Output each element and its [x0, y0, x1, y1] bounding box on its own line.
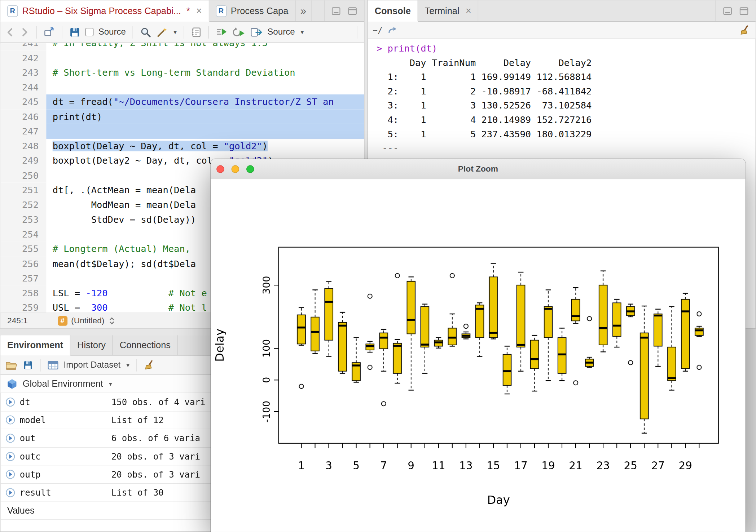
console-output-line: 3: 1 3 130.52526 73.102584 — [377, 98, 756, 113]
plot-zoom-window[interactable]: Plot Zoom -10001003001357911131517192123… — [211, 159, 745, 532]
maximize-pane-icon[interactable] — [738, 6, 750, 16]
line-number: 259 — [0, 300, 46, 313]
line-number: 246 — [0, 109, 46, 124]
expand-object-icon[interactable] — [0, 415, 19, 425]
working-directory[interactable]: ~/ — [373, 25, 382, 35]
chevron-down-icon[interactable]: ▾ — [173, 28, 177, 36]
clear-console-broom-icon[interactable] — [739, 25, 751, 36]
import-dataset-label[interactable]: Import Dataset — [63, 360, 120, 370]
tab-environment[interactable]: Environment — [0, 335, 70, 355]
object-name[interactable]: model — [20, 415, 111, 425]
load-workspace-folder-icon[interactable] — [5, 360, 18, 370]
svg-text:3: 3 — [325, 460, 332, 472]
console-output-line: 2: 1 2 -10.98917 -68.411842 — [377, 84, 756, 99]
maximize-pane-icon[interactable] — [347, 6, 358, 16]
object-name[interactable]: outc — [20, 451, 111, 461]
object-name[interactable]: outp — [20, 469, 111, 479]
import-dataset-table-icon[interactable] — [47, 360, 59, 370]
svg-text:29: 29 — [679, 460, 692, 472]
close-window-icon[interactable] — [216, 165, 224, 173]
tab-title: Process Capa — [231, 5, 289, 16]
source-button-label[interactable]: Source — [267, 27, 295, 37]
zoom-window-icon[interactable] — [246, 165, 254, 173]
document-outline-selector[interactable]: # (Untitled) — [58, 316, 115, 325]
tab-history[interactable]: History — [70, 335, 113, 355]
svg-text:19: 19 — [541, 460, 555, 472]
code-line[interactable]: 246print(dt) — [0, 109, 364, 124]
tab-title: Connections — [120, 340, 171, 350]
tab-title: Environment — [7, 340, 63, 350]
open-in-new-window-icon[interactable] — [43, 27, 55, 37]
tab-console[interactable]: Console — [368, 0, 418, 22]
code-line-text: dt = fread("~/Documents/Coursera Instruc… — [46, 94, 364, 109]
doc-outline-label: (Untitled) — [71, 316, 104, 325]
code-line[interactable]: 248boxplot(Delay ~ Day, dt, col = "gold2… — [0, 138, 364, 153]
cursor-position: 245:1 — [7, 316, 28, 325]
find-replace-icon[interactable] — [140, 26, 151, 38]
svg-text:13: 13 — [459, 460, 472, 472]
back-icon[interactable] — [5, 27, 15, 37]
source-on-save-checkbox[interactable] — [85, 28, 94, 36]
object-name[interactable]: out — [20, 433, 111, 443]
run-line-icon[interactable] — [215, 26, 228, 38]
tab-terminal[interactable]: Terminal × — [418, 0, 479, 21]
object-name[interactable]: result — [20, 487, 111, 497]
minimize-pane-icon[interactable] — [722, 6, 733, 16]
expand-object-icon[interactable] — [0, 469, 19, 479]
svg-text:100: 100 — [261, 339, 272, 358]
code-tools-wand-icon[interactable] — [156, 26, 168, 38]
line-number: 248 — [0, 138, 46, 153]
expand-object-icon[interactable] — [0, 487, 19, 497]
code-line[interactable]: 243# Short-term vs Long-term Standard De… — [0, 65, 364, 80]
chevron-down-icon[interactable]: ▾ — [301, 28, 304, 36]
chevron-down-icon[interactable]: ▾ — [126, 362, 129, 369]
code-line-text — [46, 80, 364, 94]
plot-zoom-titlebar[interactable]: Plot Zoom — [211, 159, 745, 179]
code-line-text: print(dt) — [46, 109, 364, 124]
r-file-icon: R — [216, 5, 226, 17]
scope-label: Global Environment — [23, 378, 103, 389]
r-data-cube-icon — [6, 378, 18, 390]
r-file-icon: R — [7, 5, 18, 17]
clear-environment-broom-icon[interactable] — [144, 359, 155, 371]
save-workspace-icon[interactable] — [23, 360, 33, 370]
svg-text:17: 17 — [514, 460, 527, 472]
svg-text:21: 21 — [569, 460, 582, 472]
close-icon[interactable]: × — [196, 5, 202, 17]
window-controls — [216, 159, 254, 179]
line-number: 255 — [0, 241, 46, 256]
tab-source-document[interactable]: R RStudio – Six Sigma Process Capabi... … — [0, 0, 209, 22]
minimize-pane-icon[interactable] — [330, 6, 342, 16]
line-number: 256 — [0, 256, 46, 271]
rerun-previous-icon[interactable] — [233, 26, 245, 38]
tab-process-capa[interactable]: R Process Capa — [209, 0, 296, 21]
code-line[interactable]: 241# In reality, Z Shift is not always 1… — [0, 43, 364, 50]
pane-window-buttons — [716, 0, 756, 21]
minimize-window-icon[interactable] — [232, 165, 239, 173]
stage: R RStudio – Six Sigma Process Capabi... … — [0, 0, 756, 532]
code-line[interactable]: 247 — [0, 124, 364, 139]
code-line[interactable]: 245dt = fread("~/Documents/Coursera Inst… — [0, 94, 364, 109]
compile-notebook-icon[interactable] — [191, 26, 201, 38]
object-name[interactable]: dt — [20, 397, 111, 407]
tab-overflow-icon[interactable]: » — [295, 0, 311, 21]
tab-title: Console — [375, 5, 411, 16]
code-line[interactable]: 242 — [0, 50, 364, 65]
svg-text:7: 7 — [380, 460, 387, 472]
svg-text:15: 15 — [487, 460, 500, 472]
expand-object-icon[interactable] — [0, 451, 19, 461]
source-file-icon[interactable] — [250, 26, 263, 38]
tab-connections[interactable]: Connections — [113, 335, 178, 355]
expand-object-icon[interactable] — [0, 397, 19, 407]
line-number: 254 — [0, 227, 46, 241]
code-line-text: boxplot(Delay ~ Day, dt, col = "gold2") — [46, 138, 364, 153]
expand-object-icon[interactable] — [0, 433, 19, 443]
code-line[interactable]: 244 — [0, 80, 364, 94]
goto-directory-arrow-icon[interactable] — [387, 26, 398, 35]
line-number: 245 — [0, 94, 46, 109]
save-icon[interactable] — [69, 26, 80, 38]
svg-text:9: 9 — [408, 460, 414, 472]
close-icon[interactable]: × — [466, 5, 471, 17]
console-output-line: 1: 1 1 169.99149 112.568814 — [377, 70, 756, 84]
forward-icon[interactable] — [20, 27, 30, 37]
